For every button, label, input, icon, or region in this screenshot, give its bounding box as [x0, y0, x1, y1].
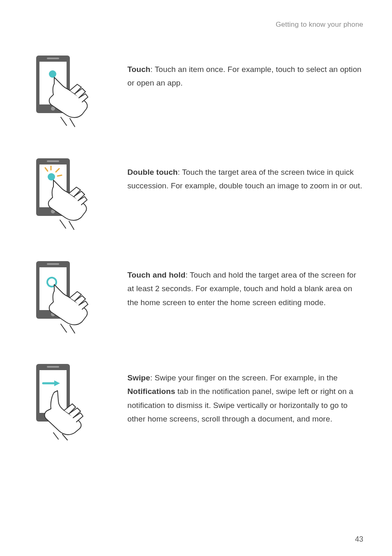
gesture-touch-hold-row: Touch and hold: Touch and hold the targe…	[29, 259, 363, 333]
svg-rect-2	[47, 58, 59, 59]
gesture-double-touch-row: Double touch: Touch the target area of t…	[29, 156, 363, 230]
svg-point-13	[48, 173, 55, 181]
swipe-term: Swipe	[127, 373, 150, 382]
swipe-body-1: : Swipe your finger on the screen. For e…	[150, 373, 337, 382]
swipe-illustration	[29, 362, 103, 436]
svg-rect-16	[47, 263, 59, 265]
double-touch-illustration	[29, 156, 103, 230]
touch-hold-description: Touch and hold: Touch and hold the targe…	[127, 259, 363, 309]
page-header: Getting to know your phone	[29, 21, 363, 29]
swipe-notifications-term: Notifications	[127, 387, 175, 396]
touch-illustration	[29, 53, 103, 127]
double-touch-description: Double touch: Touch the target area of t…	[127, 156, 363, 193]
touch-term: Touch	[127, 65, 150, 74]
double-touch-term: Double touch	[127, 168, 178, 176]
svg-rect-7	[47, 160, 59, 162]
gesture-swipe-row: Swipe: Swipe your finger on the screen. …	[29, 362, 363, 436]
svg-line-12	[58, 175, 62, 176]
touch-hold-term: Touch and hold	[127, 271, 185, 279]
svg-point-4	[49, 70, 56, 78]
touch-body: : Touch an item once. For example, touch…	[127, 65, 362, 87]
page-number: 43	[355, 535, 363, 544]
touch-hold-illustration	[29, 259, 103, 333]
swipe-description: Swipe: Swipe your finger on the screen. …	[127, 362, 363, 426]
gesture-touch-row: Touch: Touch an item once. For example, …	[29, 53, 363, 127]
svg-rect-21	[47, 366, 59, 368]
touch-description: Touch: Touch an item once. For example, …	[127, 53, 363, 90]
